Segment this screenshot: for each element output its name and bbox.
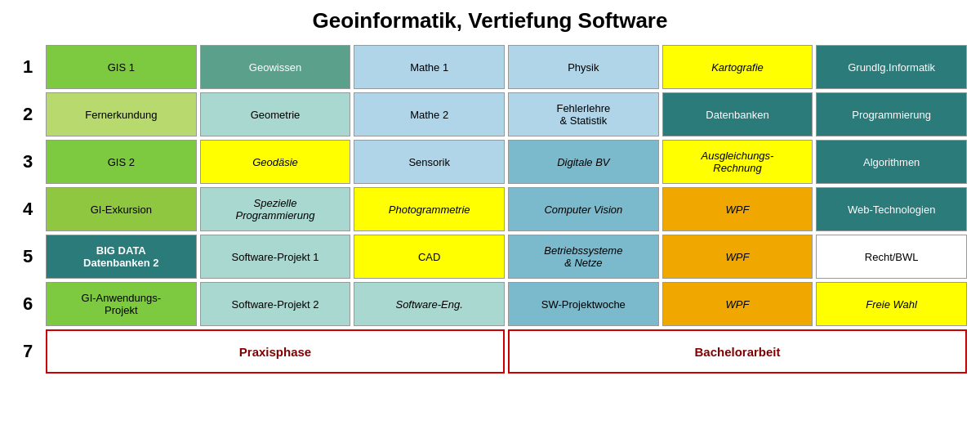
cell-row6-col3: Software-Eng. <box>354 282 505 326</box>
cell-row6-col1: GI-Anwendungs-Projekt <box>46 282 197 326</box>
cell-row1-col4: Physik <box>508 45 659 89</box>
cell-row4-col5: WPF <box>662 187 813 231</box>
cell-row3-col1: GIS 2 <box>46 140 197 184</box>
cell-row3-col4: Digitale BV <box>508 140 659 184</box>
cell-row4-col4: Computer Vision <box>508 187 659 231</box>
curriculum-grid: 1GIS 1GeowissenMathe 1PhysikKartografieG… <box>8 45 972 374</box>
praxisphase-cell: Praxisphase <box>46 329 505 374</box>
row-label-2: 2 <box>13 92 42 136</box>
cell-row5-col6: Recht/BWL <box>816 235 967 279</box>
row-label-3: 3 <box>13 140 42 184</box>
cell-row5-col5: WPF <box>662 235 813 279</box>
cell-row2-col3: Mathe 2 <box>354 92 505 136</box>
cell-row2-col1: Fernerkundung <box>46 92 197 136</box>
cell-row3-col6: Algorithmen <box>816 140 967 184</box>
cell-row6-col4: SW-Projektwoche <box>508 282 659 326</box>
row-label-6: 6 <box>13 282 42 326</box>
cell-row5-col2: Software-Projekt 1 <box>200 235 351 279</box>
cell-row1-col3: Mathe 1 <box>354 45 505 89</box>
cell-row1-col1: GIS 1 <box>46 45 197 89</box>
cell-row4-col1: GI-Exkursion <box>46 187 197 231</box>
cell-row3-col3: Sensorik <box>354 140 505 184</box>
cell-row6-col5: WPF <box>662 282 813 326</box>
cell-row5-col1: BIG DATADatenbanken 2 <box>46 235 197 279</box>
row-label-7: 7 <box>13 329 42 374</box>
cell-row3-col5: Ausgleichungs-Rechnung <box>662 140 813 184</box>
cell-row2-col6: Programmierung <box>816 92 967 136</box>
row-label-1: 1 <box>13 45 42 89</box>
bachelorarbeit-cell: Bachelorarbeit <box>508 329 967 374</box>
cell-row6-col2: Software-Projekt 2 <box>200 282 351 326</box>
cell-row5-col4: Betriebssysteme& Netze <box>508 235 659 279</box>
cell-row4-col2: SpezielleProgrammierung <box>200 187 351 231</box>
row-label-5: 5 <box>13 235 42 279</box>
cell-row1-col5: Kartografie <box>662 45 813 89</box>
cell-row2-col2: Geometrie <box>200 92 351 136</box>
cell-row2-col5: Datenbanken <box>662 92 813 136</box>
cell-row3-col2: Geodäsie <box>200 140 351 184</box>
cell-row4-col6: Web-Technologien <box>816 187 967 231</box>
page-title: Geoinformatik, Vertiefung Software <box>8 8 972 34</box>
cell-row6-col6: Freie Wahl <box>816 282 967 326</box>
cell-row2-col4: Fehlerlehre& Statistik <box>508 92 659 136</box>
row-label-4: 4 <box>13 187 42 231</box>
cell-row5-col3: CAD <box>354 235 505 279</box>
cell-row1-col6: Grundlg.Informatik <box>816 45 967 89</box>
cell-row4-col3: Photogrammetrie <box>354 187 505 231</box>
cell-row1-col2: Geowissen <box>200 45 351 89</box>
